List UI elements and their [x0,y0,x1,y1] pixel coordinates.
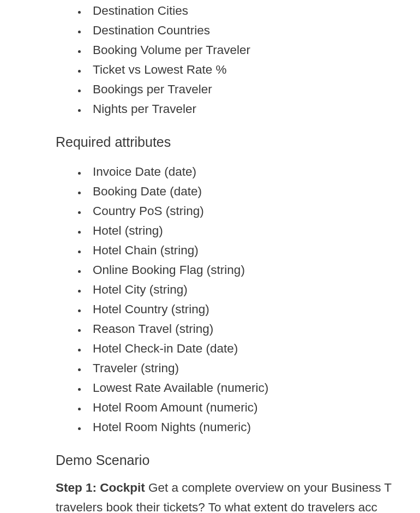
list-item: Hotel Room Amount (numeric) [87,398,420,417]
list-item: Hotel Chain (string) [87,241,420,260]
required-attributes-list: Invoice Date (date) Booking Date (date) … [56,162,420,437]
list-item: Hotel City (string) [87,280,420,300]
step1-text-line2: travelers book their tickets? To what ex… [56,500,377,513]
first-list: Destination Cities Destination Countries… [56,1,420,119]
list-item: Destination Countries [87,21,420,40]
step1-text-line1: Get a complete overview on your Business… [145,481,392,494]
list-item: Traveler (string) [87,359,420,378]
document-content: Destination Cities Destination Countries… [0,0,420,513]
list-item: Booking Volume per Traveler [87,40,420,60]
list-item: Reason Travel (string) [87,319,420,339]
list-item: Bookings per Traveler [87,80,420,99]
list-item: Hotel Country (string) [87,300,420,319]
list-item: Nights per Traveler [87,99,420,119]
demo-scenario-heading: Demo Scenario [56,452,420,468]
list-item: Hotel (string) [87,221,420,241]
list-item: Booking Date (date) [87,182,420,201]
step1-label: Step 1: Cockpit [56,481,145,494]
list-item: Hotel Check-in Date (date) [87,339,420,359]
list-item: Invoice Date (date) [87,162,420,182]
list-item: Lowest Rate Available (numeric) [87,378,420,398]
required-attributes-heading: Required attributes [56,134,420,150]
list-item: Ticket vs Lowest Rate % [87,60,420,80]
list-item: Online Booking Flag (string) [87,260,420,280]
list-item: Hotel Room Nights (numeric) [87,417,420,437]
step1-paragraph: Step 1: Cockpit Get a complete overview … [56,478,420,513]
list-item: Destination Cities [87,1,420,21]
list-item: Country PoS (string) [87,201,420,221]
